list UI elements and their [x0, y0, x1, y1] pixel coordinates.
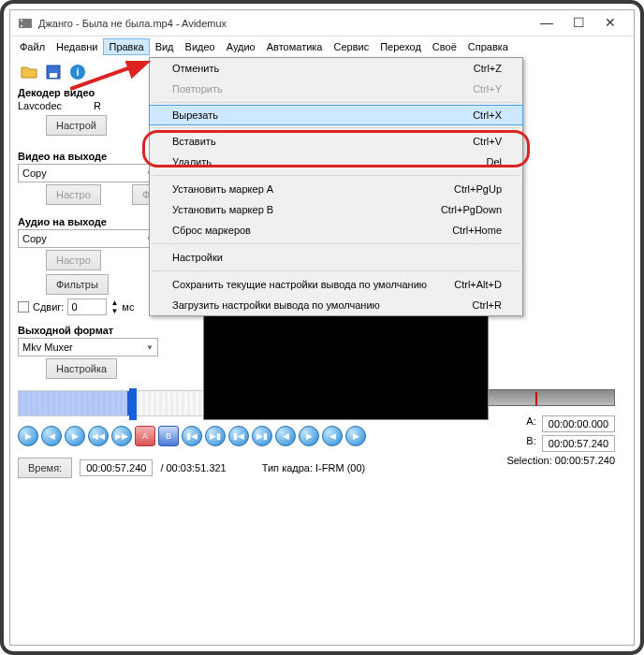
shift-input[interactable]: 0: [67, 298, 107, 315]
menu-preferences[interactable]: Настройки: [150, 247, 522, 268]
shift-checkbox[interactable]: [18, 301, 29, 313]
menu-view[interactable]: Вид: [150, 38, 180, 55]
save-icon[interactable]: [42, 61, 65, 83]
menu-edit[interactable]: Правка: [103, 38, 149, 55]
timeline-selection: [19, 391, 129, 415]
close-button[interactable]: ✕: [594, 14, 626, 33]
decoder-r: R: [94, 100, 101, 111]
time-label: Время:: [18, 458, 72, 478]
menu-auto[interactable]: Автоматика: [261, 38, 329, 55]
menu-save-defaults[interactable]: Сохранить текущие настройки вывода по ум…: [150, 274, 522, 295]
a-label: A:: [526, 415, 535, 432]
menu-redo: ПовторитьCtrl+Y: [150, 79, 522, 99]
marker-b-button[interactable]: B: [158, 426, 179, 446]
menu-marker-a[interactable]: Установить маркер ACtrl+PgUp: [150, 179, 522, 199]
menu-reset-markers[interactable]: Сброс маркеровCtrl+Home: [150, 220, 522, 240]
menu-recent[interactable]: Недавни: [51, 38, 103, 55]
menu-cut[interactable]: ВырезатьCtrl+X: [149, 105, 523, 125]
duration: / 00:03:51.321: [160, 462, 226, 473]
maximize-button[interactable]: ☐: [563, 14, 594, 33]
selection-label: Selection: 00:00:57.240: [506, 455, 615, 466]
svg-rect-0: [19, 19, 32, 28]
menu-help[interactable]: Справка: [462, 38, 514, 55]
prev-black-button[interactable]: ◀: [275, 426, 296, 446]
edit-menu-dropdown: ОтменитьCtrl+Z ПовторитьCtrl+Y ВырезатьC…: [149, 57, 523, 316]
first-frame-button[interactable]: ▮◀: [228, 426, 249, 446]
frametype: Тип кадра: I-FRM (00): [262, 462, 366, 473]
titlebar: Джанго - Была не была.mp4 - Avidemux — ☐…: [10, 10, 634, 36]
decoder-value: Lavcodec: [18, 100, 62, 111]
menu-goto[interactable]: Переход: [374, 38, 427, 55]
window-title: Джанго - Была не была.mp4 - Avidemux: [38, 18, 531, 29]
menu-marker-b[interactable]: Установить маркер BCtrl+PgDown: [150, 199, 522, 220]
b-value: 00:00:57.240: [542, 435, 615, 452]
fwd-minute-button[interactable]: ▶: [345, 426, 366, 446]
menu-custom[interactable]: Своё: [427, 38, 462, 55]
svg-text:i: i: [76, 66, 79, 78]
menu-service[interactable]: Сервис: [328, 38, 374, 55]
menu-audio[interactable]: Аудио: [221, 38, 261, 55]
timeline-cursor[interactable]: [129, 388, 137, 420]
shift-unit: мс: [122, 301, 134, 313]
next-frame-button[interactable]: ▶: [65, 426, 85, 446]
menu-paste[interactable]: ВставитьCtrl+V: [150, 131, 522, 152]
video-configure-button: Настро: [46, 184, 101, 205]
a-value: 00:00:00.000: [542, 415, 615, 432]
menu-undo[interactable]: ОтменитьCtrl+Z: [150, 58, 522, 79]
format-combo[interactable]: Mkv Muxer▼: [18, 338, 158, 357]
b-label: B:: [526, 435, 535, 452]
next-black-button[interactable]: ▶: [299, 426, 319, 446]
next-key-button[interactable]: ▶▶: [111, 426, 132, 446]
prev-cut-button[interactable]: ▮◀: [182, 426, 202, 446]
play-button[interactable]: ▶: [18, 426, 38, 446]
menu-load-defaults[interactable]: Загрузить настройки вывода по умолчаниюC…: [150, 295, 522, 315]
last-frame-button[interactable]: ▶▮: [252, 426, 272, 446]
prev-key-button[interactable]: ◀◀: [88, 426, 109, 446]
next-cut-button[interactable]: ▶▮: [205, 426, 226, 446]
minimize-button[interactable]: —: [531, 14, 563, 33]
app-icon: [18, 16, 33, 31]
menubar: Файл Недавни Правка Вид Видео Аудио Авто…: [10, 36, 634, 57]
prev-frame-button[interactable]: ◀: [41, 426, 62, 446]
time-value[interactable]: 00:00:57.240: [80, 459, 153, 476]
audio-configure-button: Настро: [46, 250, 101, 270]
open-icon[interactable]: [18, 61, 40, 83]
audio-filters-button[interactable]: Фильтры: [46, 274, 109, 295]
info-icon[interactable]: i: [66, 61, 89, 83]
menu-file[interactable]: Файл: [14, 38, 51, 55]
format-label: Выходной формат: [18, 325, 191, 336]
audio-codec-combo[interactable]: Copy▼: [18, 229, 158, 248]
svg-point-2: [21, 25, 22, 27]
marker-a-button[interactable]: A: [135, 426, 155, 446]
shift-label: Сдвиг:: [33, 301, 64, 313]
svg-point-1: [21, 20, 22, 22]
back-minute-button[interactable]: ◀: [322, 426, 343, 446]
menu-delete[interactable]: УдалитьDel: [150, 152, 522, 172]
decoder-config-button[interactable]: Настрой: [46, 115, 107, 136]
svg-rect-4: [50, 73, 57, 78]
menu-video[interactable]: Видео: [180, 38, 221, 55]
format-config-button[interactable]: Настройка: [46, 358, 117, 379]
video-codec-combo[interactable]: Copy▼: [18, 164, 158, 182]
